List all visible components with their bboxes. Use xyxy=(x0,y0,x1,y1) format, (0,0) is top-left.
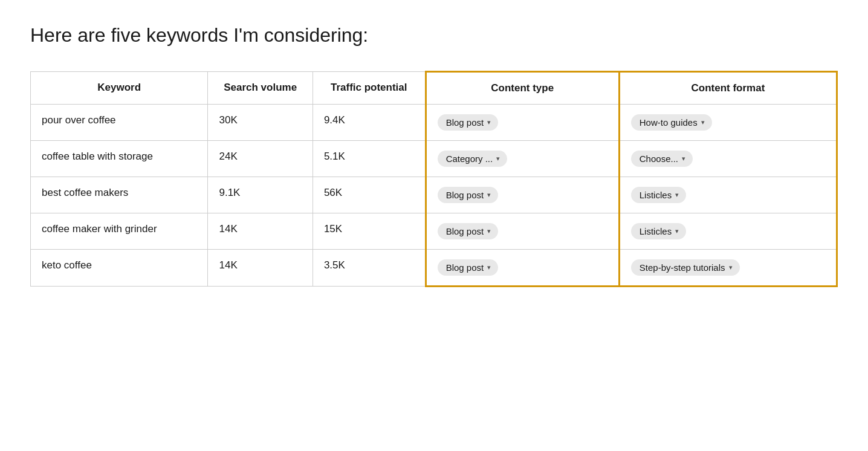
chevron-down-icon: ▾ xyxy=(496,155,500,163)
table-row: best coffee makers 9.1K 56K Blog post ▾ xyxy=(31,177,837,213)
keyword-table: Keyword Search volume Traffic potential … xyxy=(30,71,838,287)
cell-content-type-3: Blog post ▾ xyxy=(426,177,619,213)
content-type-dropdown-1[interactable]: Blog post ▾ xyxy=(438,114,499,131)
table-row: keto coffee 14K 3.5K Blog post ▾ Step-b xyxy=(31,250,837,287)
cell-keyword-3: best coffee makers xyxy=(31,177,208,213)
table-wrapper: Keyword Search volume Traffic potential … xyxy=(30,71,838,287)
table-row: coffee maker with grinder 14K 15K Blog p… xyxy=(31,213,837,250)
cell-search-2: 24K xyxy=(208,141,313,177)
content-type-dropdown-5[interactable]: Blog post ▾ xyxy=(438,259,499,276)
header-content-format: Content format xyxy=(619,72,837,105)
cell-traffic-4: 15K xyxy=(313,213,426,250)
header-content-type: Content type xyxy=(426,72,619,105)
content-format-dropdown-2[interactable]: Choose... ▾ xyxy=(631,151,693,167)
cell-keyword-2: coffee table with storage xyxy=(31,141,208,177)
table-row: pour over coffee 30K 9.4K Blog post ▾ H xyxy=(31,105,837,141)
chevron-down-icon: ▾ xyxy=(682,155,685,163)
chevron-down-icon: ▾ xyxy=(729,264,733,271)
header-search-volume: Search volume xyxy=(208,72,313,105)
chevron-down-icon: ▾ xyxy=(675,191,679,199)
cell-traffic-1: 9.4K xyxy=(313,105,426,141)
cell-search-1: 30K xyxy=(208,105,313,141)
cell-content-type-2: Category ... ▾ xyxy=(426,141,619,177)
chevron-down-icon: ▾ xyxy=(487,191,491,199)
content-type-dropdown-4[interactable]: Blog post ▾ xyxy=(438,223,499,239)
cell-content-format-2: Choose... ▾ xyxy=(619,141,837,177)
cell-content-format-3: Listicles ▾ xyxy=(619,177,837,213)
chevron-down-icon: ▾ xyxy=(487,118,491,126)
header-traffic-potential: Traffic potential xyxy=(313,72,426,105)
content-format-dropdown-3[interactable]: Listicles ▾ xyxy=(631,187,686,203)
content-format-dropdown-1[interactable]: How-to guides ▾ xyxy=(631,114,712,131)
cell-content-format-5: Step-by-step tutorials ▾ xyxy=(619,250,837,287)
content-type-dropdown-3[interactable]: Blog post ▾ xyxy=(438,187,499,203)
cell-content-format-1: How-to guides ▾ xyxy=(619,105,837,141)
cell-traffic-5: 3.5K xyxy=(313,250,426,287)
content-format-dropdown-4[interactable]: Listicles ▾ xyxy=(631,223,686,239)
cell-content-format-4: Listicles ▾ xyxy=(619,213,837,250)
table-row: coffee table with storage 24K 5.1K Categ… xyxy=(31,141,837,177)
cell-search-3: 9.1K xyxy=(208,177,313,213)
cell-search-4: 14K xyxy=(208,213,313,250)
cell-keyword-4: coffee maker with grinder xyxy=(31,213,208,250)
chevron-down-icon: ▾ xyxy=(487,264,491,271)
cell-search-5: 14K xyxy=(208,250,313,287)
cell-content-type-5: Blog post ▾ xyxy=(426,250,619,287)
content-type-dropdown-2[interactable]: Category ... ▾ xyxy=(438,151,508,167)
content-format-dropdown-5[interactable]: Step-by-step tutorials ▾ xyxy=(631,259,740,276)
cell-keyword-5: keto coffee xyxy=(31,250,208,287)
page-title: Here are five keywords I'm considering: xyxy=(30,24,838,47)
chevron-down-icon: ▾ xyxy=(487,227,491,235)
cell-traffic-2: 5.1K xyxy=(313,141,426,177)
table-header-row: Keyword Search volume Traffic potential … xyxy=(31,72,837,105)
chevron-down-icon: ▾ xyxy=(701,118,705,126)
chevron-down-icon: ▾ xyxy=(675,227,679,235)
cell-keyword-1: pour over coffee xyxy=(31,105,208,141)
cell-content-type-1: Blog post ▾ xyxy=(426,105,619,141)
header-keyword: Keyword xyxy=(31,72,208,105)
cell-content-type-4: Blog post ▾ xyxy=(426,213,619,250)
cell-traffic-3: 56K xyxy=(313,177,426,213)
